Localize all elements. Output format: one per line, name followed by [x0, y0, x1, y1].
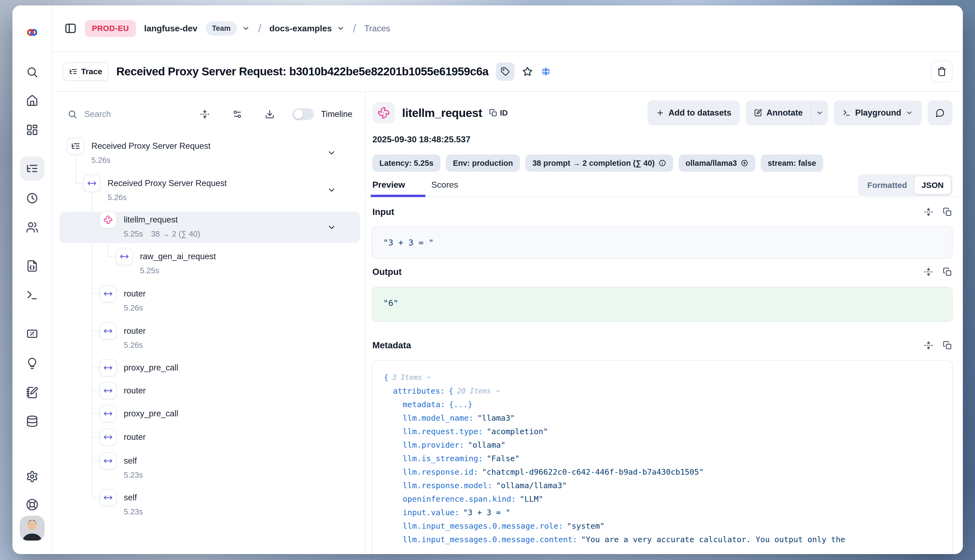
tree-item-label: router [124, 386, 145, 395]
app-window: PROD-EU langfuse-dev Team / docs-example… [12, 5, 963, 554]
expand-icon[interactable] [924, 267, 933, 277]
sidebar-item-evaluation[interactable] [26, 328, 38, 340]
span-icon [83, 175, 100, 192]
chevron-down-icon[interactable] [327, 223, 336, 232]
tree-item-duration: 5.25s [140, 266, 159, 275]
metadata-section-tools [924, 341, 952, 350]
chevron-down-icon[interactable] [426, 374, 432, 381]
tree-item-span[interactable]: router [99, 382, 145, 399]
tree-item-span[interactable]: router 5.26s [99, 322, 145, 340]
info-icon [659, 159, 666, 167]
copy-icon[interactable] [943, 267, 952, 277]
trace-icon [67, 137, 84, 155]
expand-icon[interactable] [924, 207, 933, 217]
tree-toolbar: Timeline [52, 92, 365, 137]
sidebar-item-home[interactable] [26, 95, 38, 107]
tree-connector [75, 155, 76, 183]
tree-item-span[interactable]: proxy_pre_call [99, 405, 178, 422]
span-icon [99, 322, 117, 340]
tree-connector [92, 437, 99, 437]
model-badge[interactable]: ollama/llama3 [679, 155, 755, 172]
tree-item-root-trace[interactable]: Received Proxy Server Request 5.26s [67, 137, 211, 155]
sidebar-item-annotation[interactable] [26, 387, 38, 399]
tree-item-span[interactable]: Received Proxy Server Request 5.26s [83, 175, 227, 192]
sidebar-item-playground[interactable] [26, 289, 38, 301]
annotate-dropdown-button[interactable] [811, 100, 828, 125]
tree-item-duration: 5.23s [124, 507, 143, 516]
terminal-icon [843, 109, 851, 117]
observation-timestamp: 2025-09-30 18:48:25.537 [372, 135, 470, 145]
sidebar-item-prompts[interactable] [26, 260, 38, 272]
span-icon [99, 382, 117, 399]
copy-icon[interactable] [943, 207, 952, 217]
expand-icon[interactable] [924, 341, 933, 350]
collapse-all-icon[interactable] [200, 109, 210, 119]
sidebar-item-support[interactable] [26, 498, 38, 511]
tags-button[interactable] [496, 62, 515, 81]
tree-item-generation-selected[interactable]: litellm_request 5.25s38 → 2 (∑ 40) [99, 211, 178, 228]
trace-title: Received Proxy Server Request: b3010b422… [116, 65, 488, 78]
annotate-button[interactable]: Annotate [746, 100, 811, 125]
public-globe-button[interactable] [540, 66, 551, 77]
tree-item-duration: 5.26s [124, 303, 143, 312]
breadcrumb-org[interactable]: langfuse-dev [144, 23, 197, 33]
tree-connector [108, 256, 115, 257]
json-line[interactable]: metadata: {...} [403, 400, 472, 409]
tree-item-span[interactable]: raw_gen_ai_request 5.25s [115, 248, 216, 265]
chevron-down-icon[interactable] [327, 148, 336, 157]
tree-item-span[interactable]: self 5.23s [99, 452, 137, 470]
user-avatar[interactable] [20, 516, 45, 540]
org-chevron-down-icon[interactable] [242, 24, 250, 32]
sidebar-item-datasets[interactable] [26, 415, 38, 427]
sidebar-item-settings[interactable] [26, 470, 38, 483]
token-usage-badge[interactable]: 38 prompt → 2 completion (∑ 40) [525, 155, 673, 172]
format-toggle-formatted[interactable]: Formatted [860, 181, 915, 190]
sidebar-toggle-icon[interactable] [64, 22, 77, 35]
sidebar-item-sessions[interactable] [26, 192, 38, 204]
copy-id-button[interactable]: ID [489, 108, 508, 117]
download-icon[interactable] [265, 109, 274, 119]
sidebar-item-traces[interactable] [26, 162, 38, 175]
trace-title-row: Trace Received Proxy Server Request: b30… [52, 52, 963, 92]
detail-header: litellm_request ID Add to datasets Annot… [372, 99, 953, 127]
breadcrumb-section[interactable]: Traces [364, 23, 390, 33]
sidebar-item-users[interactable] [26, 221, 38, 233]
tree-item-tokens: 38 → 2 (∑ 40) [151, 230, 200, 238]
tag-icon [501, 67, 510, 76]
comments-button[interactable] [928, 100, 953, 125]
tree-item-duration: 5.25s [124, 230, 143, 238]
badge-row: Latency: 5.25s Env: production 38 prompt… [372, 155, 823, 172]
timeline-toggle[interactable] [293, 108, 314, 120]
format-toggle-json[interactable]: JSON [915, 176, 951, 194]
filter-sliders-icon[interactable] [232, 109, 242, 119]
tree-item-duration: 5.26s [107, 193, 127, 202]
json-line[interactable]: attributes: { 20 Items [393, 387, 501, 395]
breadcrumb-project[interactable]: docs-examples [269, 23, 332, 33]
json-line[interactable]: { 3 Items [384, 373, 432, 382]
json-line: llm.input_messages.0.message.content: "Y… [403, 535, 845, 544]
sidebar-item-insights[interactable] [26, 357, 38, 370]
tree-item-span[interactable]: router 5.26s [99, 285, 145, 302]
sidebar-item-dashboards[interactable] [26, 124, 38, 136]
chevron-down-icon[interactable] [495, 388, 501, 394]
tab-scores[interactable]: Scores [431, 180, 458, 190]
tree-item-span[interactable]: proxy_pre_call [99, 359, 178, 377]
stream-badge: stream: false [761, 155, 823, 172]
sidebar-item-search[interactable] [26, 66, 38, 78]
tab-preview[interactable]: Preview [372, 180, 405, 190]
trace-tree-icon [69, 68, 77, 76]
chevron-down-icon [906, 109, 913, 117]
annotate-button-group: Annotate [746, 100, 828, 125]
delete-trace-button[interactable] [931, 61, 953, 82]
add-to-datasets-button[interactable]: Add to datasets [647, 100, 740, 125]
project-chevron-down-icon[interactable] [337, 24, 345, 32]
json-line: llm.response.model: "ollama/llama3" [403, 481, 567, 490]
chevron-down-icon[interactable] [327, 185, 336, 195]
search-input[interactable] [84, 109, 160, 119]
copy-icon[interactable] [943, 341, 952, 350]
bookmark-star-button[interactable] [522, 66, 533, 77]
playground-button[interactable]: Playground [834, 100, 922, 125]
tree-item-span[interactable]: self 5.23s [99, 489, 137, 506]
observation-detail-panel: litellm_request ID Add to datasets Annot… [366, 92, 963, 554]
tree-item-span[interactable]: router [99, 428, 145, 446]
